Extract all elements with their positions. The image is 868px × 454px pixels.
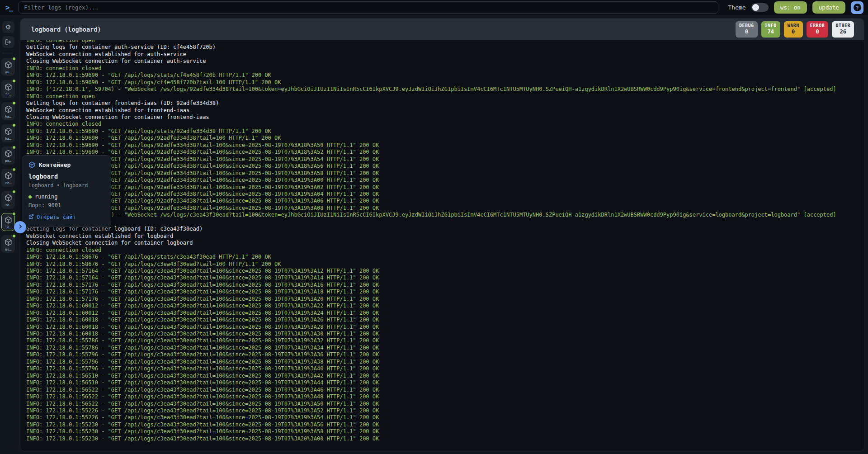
open-site-label: Открыть сайт	[37, 214, 76, 220]
tooltip-header: Контейнер	[28, 161, 104, 168]
badge-debug[interactable]: DEBUG0	[736, 21, 758, 38]
badge-count: 26	[835, 28, 850, 36]
question-mark-icon: ?	[854, 4, 861, 11]
log-line: INFO: 172.18.0.1:55230 - "GET /api/logs/…	[26, 421, 864, 428]
sidebar-divider	[3, 53, 14, 53]
log-line: INFO: 172.18.0.1:59690 - "GET /api/logs/…	[26, 156, 864, 163]
badge-warn[interactable]: WARN0	[784, 21, 803, 38]
container-icon	[5, 150, 12, 157]
sidebar-container-item[interactable]: po…	[1, 147, 15, 165]
log-line: Closing WebSocket connection for contain…	[26, 114, 864, 121]
sidebar-container-item[interactable]: au…	[1, 58, 15, 76]
theme-toggle[interactable]	[751, 3, 769, 12]
terminal-icon: >_	[0, 4, 18, 12]
container-label: re…	[5, 181, 11, 185]
topbar: >_ Theme ws: on update ?	[0, 0, 868, 15]
theme-label: Theme	[728, 4, 746, 11]
tooltip-title: Контейнер	[39, 161, 71, 168]
badge-label: OTHER	[835, 23, 850, 28]
log-line: WebSocket connection established for aut…	[26, 51, 864, 58]
sidebar-container-item[interactable]: lo…	[1, 213, 15, 231]
sidebar-container-item[interactable]: us…	[1, 235, 15, 253]
log-line: INFO: 172.18.0.1:59690 - "GET /api/logs/…	[26, 163, 864, 170]
log-line: Getting logs for container auth-service …	[26, 44, 864, 51]
container-list: au… fr… ka… ka… po… re… zo… lo… us…	[1, 58, 15, 257]
open-site-link[interactable]: Открыть сайт	[28, 213, 104, 221]
container-status: running	[28, 194, 104, 200]
expand-sidebar-button[interactable]	[14, 221, 26, 233]
container-subtitle: logboard • logboard	[28, 182, 104, 189]
container-port: Порт: 9001	[28, 202, 104, 208]
log-line: INFO: 172.18.0.1:59690 - "GET /api/logs/…	[26, 79, 864, 86]
log-line: INFO: 172.18.0.1:59690 - "GET /api/logs/…	[26, 191, 864, 198]
running-status-dot	[12, 123, 16, 127]
log-line: INFO: 172.18.0.1:55226 - "GET /api/logs/…	[26, 414, 864, 421]
topbar-controls: Theme ws: on update ?	[728, 1, 863, 14]
log-line: INFO: 172.18.0.1:60012 - "GET /api/logs/…	[26, 310, 864, 317]
log-line: INFO: 172.18.0.1:57176 - "GET /api/logs/…	[26, 288, 864, 295]
container-icon	[28, 161, 35, 168]
badge-other[interactable]: OTHER26	[832, 21, 854, 38]
help-button[interactable]: ?	[851, 1, 863, 14]
sidebar-container-item[interactable]: re…	[1, 169, 15, 187]
sidebar-container-item[interactable]: fr…	[1, 80, 15, 98]
log-line: INFO: 172.18.0.1:59690 - "GET /api/logs/…	[26, 184, 864, 191]
websocket-toggle-button[interactable]: ws: on	[774, 1, 807, 14]
log-line: INFO: ('172.18.0.1', 58682) - "WebSocket…	[26, 212, 864, 218]
chevron-right-icon	[18, 224, 23, 231]
container-icon	[5, 172, 12, 180]
log-line: INFO: 172.18.0.1:57164 - "GET /api/logs/…	[26, 274, 864, 281]
log-filter-input[interactable]	[18, 1, 718, 14]
running-status-dot	[12, 212, 16, 216]
log-line: INFO: 172.18.0.1:57176 - "GET /api/logs/…	[26, 296, 864, 303]
running-status-dot	[12, 57, 16, 61]
container-tooltip: Контейнер logboard logboard • logboard r…	[22, 155, 111, 227]
update-button[interactable]: update	[812, 1, 845, 14]
log-line: INFO: connection open	[26, 93, 864, 100]
badge-label: INFO	[765, 23, 777, 28]
theme-toggle-knob	[752, 4, 759, 11]
container-label: fr…	[5, 92, 11, 96]
running-status-dot	[12, 190, 16, 194]
sidebar-container-item[interactable]: ka…	[1, 102, 15, 120]
logout-button[interactable]	[2, 36, 14, 48]
sidebar-container-item[interactable]: ka…	[1, 124, 15, 142]
log-list: INFO: connection openGetting logs for co…	[26, 40, 864, 442]
container-icon	[5, 238, 12, 246]
log-line: INFO: 172.18.0.1:60018 - "GET /api/logs/…	[26, 331, 864, 337]
logout-icon	[5, 39, 11, 45]
log-line: INFO: 172.18.0.1:55230 - "GET /api/logs/…	[26, 428, 864, 435]
log-line: INFO: 172.18.0.1:58676 - "GET /api/logs/…	[26, 254, 864, 260]
log-line: INFO: connection closed	[26, 65, 864, 72]
log-line: INFO: 172.18.0.1:55230 - "GET /api/logs/…	[26, 435, 864, 442]
settings-button[interactable]: ⚙	[2, 21, 14, 33]
sidebar-container-item[interactable]: zo…	[1, 191, 15, 209]
log-viewport[interactable]: INFO: connection openGetting logs for co…	[20, 40, 864, 451]
log-line: INFO: 172.18.0.1:55786 - "GET /api/logs/…	[26, 337, 864, 344]
container-icon	[5, 128, 12, 135]
running-status-dot	[12, 79, 16, 83]
log-line: INFO: 172.18.0.1:56522 - "GET /api/logs/…	[26, 401, 864, 407]
container-label: us…	[5, 247, 11, 251]
log-line: INFO: 172.18.0.1:55796 - "GET /api/logs/…	[26, 351, 864, 358]
log-line: Getting logs for container logboard (ID:…	[26, 226, 864, 232]
gear-icon: ⚙	[5, 24, 11, 31]
log-line: INFO: 172.18.0.1:58676 - "GET /api/logs/…	[26, 261, 864, 268]
log-line: Getting logs for container frontend-iaas…	[26, 100, 864, 107]
badge-count: 74	[765, 28, 777, 36]
log-line: INFO: 172.18.0.1:59690 - "GET /api/logs/…	[26, 72, 864, 79]
external-link-icon	[28, 213, 34, 221]
sidebar: ⚙ au… fr… ka… ka… po… re… zo… lo… us…	[0, 15, 16, 454]
badge-count: 0	[810, 28, 825, 36]
running-status-dot	[12, 101, 16, 105]
log-line: INFO: 172.18.0.1:56522 - "GET /api/logs/…	[26, 387, 864, 393]
badge-error[interactable]: ERROR0	[807, 21, 829, 38]
badge-count: 0	[739, 28, 754, 36]
badge-info[interactable]: INFO74	[761, 21, 780, 38]
container-icon	[5, 105, 12, 113]
container-name: logboard	[28, 173, 104, 180]
container-icon	[5, 61, 12, 69]
running-status-dot	[12, 234, 16, 238]
log-line: INFO: 172.18.0.1:56510 - "GET /api/logs/…	[26, 379, 864, 386]
log-line: INFO: 172.18.0.1:59690 - "GET /api/logs/…	[26, 128, 864, 135]
